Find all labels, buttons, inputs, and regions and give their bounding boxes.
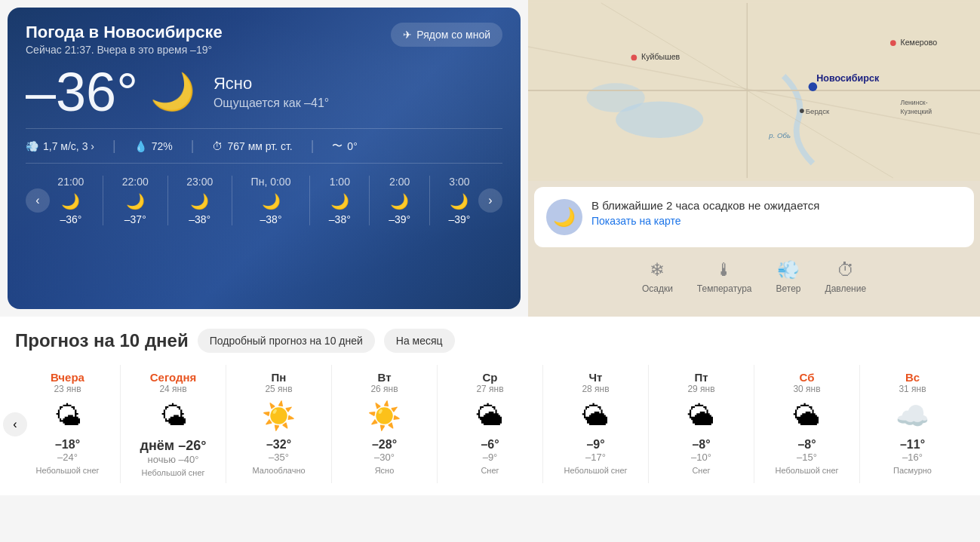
day-weather-icon: 🌥 (757, 400, 856, 432)
visibility-icon: 〜 (332, 139, 343, 153)
weather-card: Погода в Новосибирске Сейчас 21:37. Вчер… (8, 8, 521, 309)
scroll-left-button[interactable]: ‹ (26, 188, 50, 213)
current-temp: –36° (26, 65, 138, 119)
city-title: Погода в Новосибирске (26, 23, 223, 42)
map-type-button[interactable]: ⏱Давление (825, 259, 867, 294)
map-type-button[interactable]: 💨Ветер (776, 259, 801, 294)
location-icon: ✈ (403, 29, 412, 41)
time-subtitle: Сейчас 21:37. Вчера в это время –19° (26, 44, 223, 56)
forecast-day[interactable]: Вчера 23 янв 🌤 –18° –24° Небольшой снег (15, 365, 120, 483)
hourly-item: 23:00 🌙 –38° (186, 176, 213, 225)
show-on-map-link[interactable]: Показать на карте (591, 215, 819, 227)
svg-point-7 (631, 55, 637, 61)
day-weather-icon: ☁️ (863, 400, 962, 432)
day-weather-icon: 🌤 (18, 400, 117, 432)
forecast-day[interactable]: Вт 26 янв ☀️ –28° –30° Ясно (332, 365, 437, 483)
wind-stat: 💨 1,7 м/с, 3 › (26, 140, 94, 152)
condition-text: Ясно (214, 74, 329, 93)
forecast-day[interactable]: Ср 27 янв 🌥 –6° –9° Снег (438, 365, 542, 483)
svg-text:Новосибирск: Новосибирск (816, 73, 880, 84)
hourly-weather-icon: 🌙 (57, 192, 84, 210)
svg-point-13 (800, 109, 804, 113)
precipitation-card: 🌙 В ближайшие 2 часа осадков не ожидаетс… (534, 187, 974, 247)
feels-like-text: Ощущается как –41° (214, 96, 329, 110)
svg-text:Ленинск-: Ленинск- (901, 99, 928, 106)
hourly-weather-icon: 🌙 (449, 192, 471, 210)
forecast-days: Вчера 23 янв 🌤 –18° –24° Небольшой снег … (15, 365, 965, 483)
map-icons-row: ❄Осадки🌡Температура💨Ветер⏱Давление (528, 253, 980, 300)
map-background: Куйбышев Кемерово Новосибирск Бердск Лен… (528, 0, 980, 181)
svg-point-9 (890, 40, 896, 46)
forecast-day[interactable]: Сегодня 24 янв 🌤 днём –26° ночью –40° Не… (121, 365, 226, 483)
detailed-forecast-button[interactable]: Подробный прогноз на 10 дней (198, 329, 375, 353)
day-weather-icon: 🌥 (441, 400, 539, 432)
nearby-button[interactable]: ✈ Рядом со мной (391, 23, 502, 47)
pressure-stat: ⏱ 767 мм рт. ст. (212, 140, 292, 152)
forecast-day[interactable]: Чт 28 янв 🌥 –9° –17° Небольшой снег (543, 365, 648, 483)
hourly-items: 21:00 🌙 –36° 22:00 🌙 –37° 23:00 🌙 –38° П… (50, 176, 478, 225)
hourly-weather-icon: 🌙 (389, 192, 410, 210)
day-weather-icon: 🌤 (124, 400, 223, 432)
forecast-day[interactable]: Сб 30 янв 🌥 –8° –15° Небольшой снег (754, 365, 859, 483)
day-weather-icon: ☀️ (229, 400, 328, 432)
hourly-item: 21:00 🌙 –36° (57, 176, 84, 225)
scroll-right-button[interactable]: › (478, 188, 502, 213)
map-type-button[interactable]: 🌡Температура (697, 259, 752, 294)
day-weather-icon: 🌥 (652, 400, 751, 432)
forecast-day[interactable]: Вс 31 янв ☁️ –11° –16° Пасмурно (860, 365, 965, 483)
humidity-stat: 💧 72% (134, 140, 173, 152)
hourly-item: 3:00 🌙 –39° (449, 176, 471, 225)
day-weather-icon: ☀️ (335, 400, 434, 432)
pressure-icon: ⏱ (212, 140, 223, 152)
svg-point-2 (586, 83, 644, 112)
svg-text:Бердск: Бердск (806, 107, 830, 115)
hourly-item: 22:00 🌙 –37° (122, 176, 149, 225)
svg-text:Куйбышев: Куйбышев (641, 52, 680, 61)
precip-moon-icon: 🌙 (546, 199, 582, 235)
day-weather-icon: 🌥 (546, 400, 645, 432)
hourly-weather-icon: 🌙 (329, 192, 351, 210)
forecast-day[interactable]: Пн 25 янв ☀️ –32° –35° Малооблачно (226, 365, 331, 483)
forecast-panel: Прогноз на 10 дней Подробный прогноз на … (0, 317, 980, 495)
hourly-item: Пн, 0:00 🌙 –38° (251, 176, 291, 225)
humidity-icon: 💧 (134, 140, 147, 152)
hourly-weather-icon: 🌙 (186, 192, 213, 210)
monthly-forecast-button[interactable]: На месяц (384, 329, 455, 353)
hourly-weather-icon: 🌙 (122, 192, 149, 210)
hourly-item: 2:00 🌙 –39° (389, 176, 410, 225)
svg-text:Кемерово: Кемерово (901, 38, 938, 47)
moon-icon: 🌙 (150, 71, 195, 113)
forecast-day[interactable]: Пт 29 янв 🌥 –8° –10° Снег (649, 365, 754, 483)
wind-icon: 💨 (26, 140, 38, 152)
map-panel: Куйбышев Кемерово Новосибирск Бердск Лен… (528, 0, 980, 317)
hourly-item: 1:00 🌙 –38° (329, 176, 351, 225)
svg-text:Кузнецкий: Кузнецкий (901, 108, 932, 115)
precipitation-text: В ближайшие 2 часа осадков не ожидается (591, 199, 819, 212)
hourly-weather-icon: 🌙 (251, 192, 291, 210)
map-type-button[interactable]: ❄Осадки (642, 259, 673, 294)
svg-text:р. Обь: р. Обь (768, 131, 791, 139)
forecast-prev-button[interactable]: ‹ (3, 412, 27, 436)
visibility-stat: 〜 0° (332, 139, 357, 153)
forecast-title: Прогноз на 10 дней (15, 330, 189, 351)
